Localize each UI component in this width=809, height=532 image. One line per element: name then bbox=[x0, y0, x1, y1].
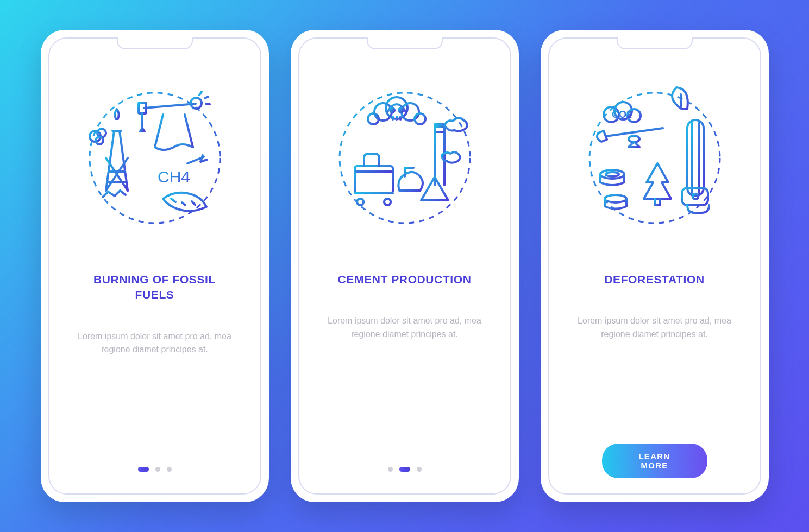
svg-rect-20 bbox=[687, 120, 704, 196]
screen-title: CEMENT PRODUCTION bbox=[338, 272, 472, 287]
screen-title: DEFORESTATION bbox=[604, 272, 704, 287]
cement-production-icon bbox=[323, 77, 486, 239]
svg-point-6 bbox=[340, 93, 470, 223]
co2-label: CO2 bbox=[612, 109, 632, 120]
dot[interactable] bbox=[155, 467, 160, 472]
phone-notch bbox=[117, 37, 193, 49]
screen-description: Lorem ipsum dolor sit amet pro ad, mea r… bbox=[573, 314, 736, 341]
dot[interactable] bbox=[138, 467, 149, 472]
svg-point-9 bbox=[402, 103, 419, 121]
dot[interactable] bbox=[399, 467, 410, 472]
onboarding-screen: CEMENT PRODUCTION Lorem ipsum dolor sit … bbox=[291, 30, 519, 502]
screen-description: Lorem ipsum dolor sit amet pro ad, mea r… bbox=[323, 314, 486, 341]
svg-rect-14 bbox=[355, 166, 393, 193]
phone-notch bbox=[617, 37, 693, 49]
page-indicator[interactable] bbox=[138, 467, 172, 472]
screen-description: Lorem ipsum dolor sit amet pro ad, mea r… bbox=[73, 330, 236, 357]
onboarding-screen: CH4 BURNING OF FOSSIL FUELS Lorem ipsum … bbox=[41, 30, 269, 502]
dot[interactable] bbox=[417, 467, 422, 472]
screen-title: BURNING OF FOSSIL FUELS bbox=[84, 272, 225, 303]
svg-point-7 bbox=[374, 103, 392, 121]
deforestation-icon: CO2 bbox=[573, 77, 736, 239]
phone-notch bbox=[367, 37, 443, 49]
svg-point-13 bbox=[399, 108, 403, 112]
learn-more-button[interactable]: LEARN MORE bbox=[602, 444, 707, 478]
svg-point-12 bbox=[390, 108, 394, 112]
onboarding-screen: CO2 bbox=[541, 30, 769, 502]
screen-inner: CH4 BURNING OF FOSSIL FUELS Lorem ipsum … bbox=[48, 37, 261, 495]
fossil-fuels-icon: CH4 bbox=[73, 77, 236, 239]
screen-inner: CEMENT PRODUCTION Lorem ipsum dolor sit … bbox=[298, 37, 511, 495]
page-indicator[interactable] bbox=[388, 467, 422, 472]
svg-point-25 bbox=[605, 195, 626, 202]
ch4-label: CH4 bbox=[158, 168, 190, 186]
dot[interactable] bbox=[167, 467, 172, 472]
dot[interactable] bbox=[388, 467, 393, 472]
svg-point-24 bbox=[606, 172, 619, 176]
screen-inner: CO2 bbox=[548, 37, 761, 495]
